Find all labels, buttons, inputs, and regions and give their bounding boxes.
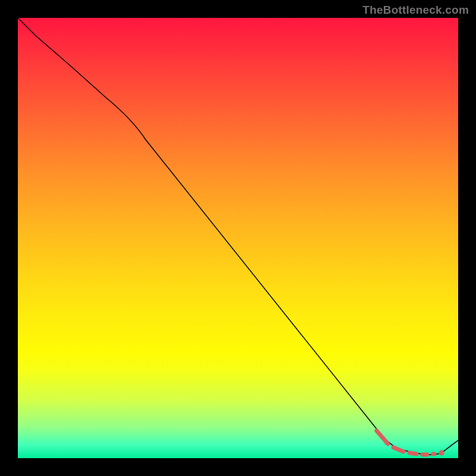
svg-line-1 — [393, 447, 403, 452]
plot-area — [18, 18, 458, 458]
attribution-label: TheBottleneck.com — [362, 4, 469, 17]
chart-stage: TheBottleneck.com — [0, 0, 476, 476]
svg-line-0 — [377, 431, 388, 444]
svg-line-2 — [409, 453, 416, 454]
current-position-dot — [439, 450, 444, 456]
plot-svg — [18, 18, 458, 458]
bottleneck-curve — [18, 18, 458, 455]
